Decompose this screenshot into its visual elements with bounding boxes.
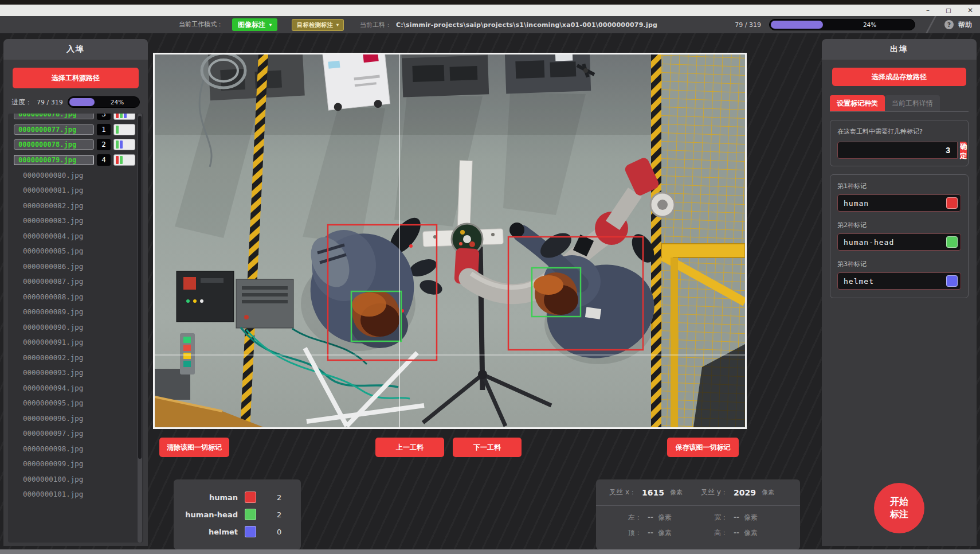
file-list-item[interactable]: 0000000093.jpg	[14, 365, 135, 381]
input-panel-title: 入埠	[3, 39, 148, 60]
mark-bar	[116, 141, 119, 149]
box-width-value: --像素	[734, 513, 785, 522]
file-list-item[interactable]: 0000000096.jpg	[14, 411, 135, 426]
file-list-item[interactable]: 0000000077.jpg 1	[14, 122, 135, 138]
file-list-item[interactable]: 0000000083.jpg	[14, 213, 135, 229]
file-list-item[interactable]: 0000000087.jpg	[14, 274, 135, 290]
file-rows: 0000000076.jpg 3 0000000077.jpg 1 000000…	[14, 114, 135, 502]
file-list-item[interactable]: 0000000079.jpg 4	[14, 153, 135, 168]
file-list-item[interactable]: 0000000088.jpg	[14, 289, 135, 305]
file-list-item[interactable]: 0000000086.jpg	[14, 259, 135, 274]
file-list-item[interactable]: 0000000101.jpg	[14, 487, 135, 502]
legend-row: human-head 2	[174, 509, 301, 520]
annotation-canvas[interactable]	[153, 53, 747, 429]
header-divider-slash	[926, 16, 936, 33]
save-marks-button[interactable]: 保存该图一切标记	[667, 438, 739, 457]
work-mode-label: 当前工作模式：	[179, 16, 223, 33]
mark-bar	[116, 114, 119, 118]
file-list-item[interactable]: 0000000091.jpg	[14, 335, 135, 350]
header-progress-bar: 24%	[769, 19, 915, 30]
file-list-item[interactable]: 0000000078.jpg 2	[14, 137, 135, 153]
progress-fill	[771, 21, 823, 29]
legend-count: 2	[277, 510, 281, 519]
select-output-path-button[interactable]: 选择成品存放路径	[832, 68, 966, 86]
file-list-item[interactable]: 0000000097.jpg	[14, 426, 135, 442]
file-name: 0000000091.jpg	[23, 338, 83, 346]
crosshair-y-value: 2029	[734, 488, 756, 497]
tab-set-mark-types[interactable]: 设置标记种类	[830, 95, 885, 111]
legend-color-swatch	[245, 526, 256, 537]
file-name: 0000000094.jpg	[23, 384, 83, 392]
crosshair-y-label: 叉丝 y：	[701, 487, 728, 497]
file-list-item[interactable]: 0000000090.jpg	[14, 319, 135, 335]
file-list-scrollbar[interactable]	[138, 114, 142, 543]
file-list-item[interactable]: 0000000100.jpg	[14, 471, 135, 487]
start-annotation-button[interactable]: 开始 标注	[874, 483, 924, 533]
legend-color-swatch	[245, 509, 256, 520]
close-icon[interactable]: ✕	[967, 5, 973, 16]
mark-types-box: 第1种标记 human 第2种标记 human-head 第3种标记 helme…	[830, 174, 969, 298]
next-item-button[interactable]: 下一工料	[453, 438, 522, 457]
app-header-bar: 当前工作模式： 图像标注 ▾ 目标检测标注 ▾ 当前工料： C:\simmir-…	[0, 16, 980, 33]
mark-bar	[124, 114, 127, 118]
mark-name-value: helmet	[838, 277, 874, 286]
mark-name-input[interactable]: helmet	[837, 272, 961, 290]
file-name: 0000000087.jpg	[23, 277, 83, 286]
file-count-badge: 1	[97, 124, 111, 135]
box-left-value: --像素	[648, 513, 699, 522]
mark-legend: human 2 human-head 2 helmet 0	[174, 479, 301, 549]
prev-item-button[interactable]: 上一工料	[375, 438, 444, 457]
file-name: 0000000076.jpg	[14, 114, 94, 119]
box-left-label: 左：	[613, 513, 648, 522]
file-name: 0000000093.jpg	[23, 368, 83, 377]
tab-current-item-details[interactable]: 当前工料详情	[885, 95, 940, 111]
mark-color-swatch[interactable]	[946, 236, 958, 248]
mark-name-input[interactable]: human-head	[837, 233, 961, 251]
header-progress-percent: 24%	[825, 19, 915, 30]
help-button[interactable]: ? 帮助	[944, 20, 972, 30]
file-mark-bars	[113, 114, 135, 120]
mark-name-input[interactable]: human	[837, 194, 961, 212]
confirm-button[interactable]: 确定	[960, 142, 967, 159]
maximize-icon[interactable]: ◻	[946, 5, 951, 16]
window-titlebar	[0, 5, 980, 16]
file-name: 0000000098.jpg	[23, 444, 83, 453]
mode-image-annotation-button[interactable]: 图像标注 ▾	[232, 18, 277, 31]
clear-marks-button[interactable]: 清除该图一切标记	[159, 438, 229, 457]
mark-color-swatch[interactable]	[946, 275, 958, 287]
select-source-path-button[interactable]: 选择工料源路径	[13, 68, 139, 88]
left-progress-fraction: 79 / 319	[37, 99, 63, 106]
mark-type-label: 第2种标记	[837, 221, 961, 229]
minimize-icon[interactable]: –	[926, 5, 930, 16]
file-list-item[interactable]: 0000000089.jpg	[14, 305, 135, 320]
file-list-item[interactable]: 0000000076.jpg 3	[14, 114, 135, 122]
legend-color-swatch	[245, 491, 256, 503]
current-file-info: 当前工料： C:\simmir-projects\saip\projects\s…	[360, 16, 657, 33]
file-list-item[interactable]: 0000000081.jpg	[14, 183, 135, 198]
mark-color-swatch[interactable]	[946, 197, 958, 209]
file-list-item[interactable]: 0000000082.jpg	[14, 198, 135, 213]
file-name: 0000000101.jpg	[23, 490, 83, 498]
file-list-item[interactable]: 0000000092.jpg	[14, 350, 135, 365]
file-name: 0000000092.jpg	[23, 353, 83, 362]
mark-type-group: 第2种标记 human-head	[837, 221, 961, 251]
file-list-item[interactable]: 0000000084.jpg	[14, 228, 135, 244]
mark-name-value: human-head	[838, 238, 894, 247]
file-list-item[interactable]: 0000000080.jpg	[14, 167, 135, 183]
file-list-item[interactable]: 0000000099.jpg	[14, 457, 135, 472]
input-panel: 入埠 选择工料源路径 进度： 79 / 319 24% 0000000076.j…	[3, 39, 148, 546]
scrollbar-thumb[interactable]	[138, 116, 142, 459]
file-name: 0000000099.jpg	[23, 459, 83, 468]
mark-count-input[interactable]	[837, 142, 958, 159]
progress-label: 进度：	[11, 97, 32, 107]
fence-rail	[661, 244, 745, 258]
mode-detection-button[interactable]: 目标检测标注 ▾	[292, 19, 344, 31]
legend-label: human	[174, 493, 238, 502]
start-line1: 开始	[890, 497, 908, 506]
file-list-item[interactable]: 0000000095.jpg	[14, 396, 135, 411]
file-list-item[interactable]: 0000000098.jpg	[14, 441, 135, 457]
file-list-item[interactable]: 0000000094.jpg	[14, 380, 135, 396]
legend-label: human-head	[174, 510, 238, 519]
file-list-item[interactable]: 0000000085.jpg	[14, 244, 135, 259]
chevron-down-icon: ▾	[336, 22, 339, 28]
